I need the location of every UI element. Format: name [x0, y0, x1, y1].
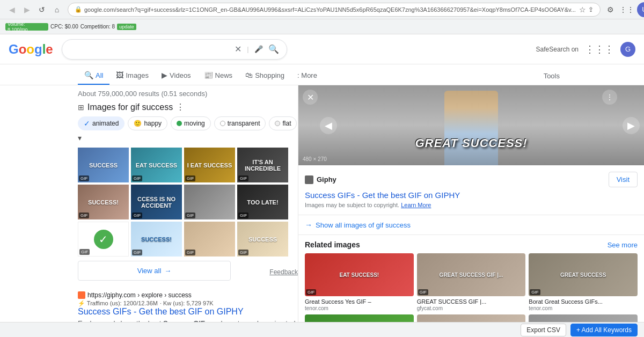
tab-more[interactable]: : More	[291, 67, 324, 85]
gif-badge-10: GIF	[132, 250, 142, 255]
viewer-info: Giphy Visit Success GIFs - Get the best …	[298, 165, 644, 215]
tab-shopping-label: Shopping	[255, 71, 284, 79]
viewer-next-button[interactable]: ▶	[623, 117, 640, 134]
address-bar[interactable]: 🔒 google.com/search?q=gif+success&rlz=1C…	[68, 3, 601, 17]
show-all-label: Show all images of gif success	[316, 221, 411, 229]
google-apps-icon[interactable]: ⋮⋮⋮	[585, 43, 614, 55]
browser-nav-buttons: ◀ ▶ ↺ ⌂	[5, 3, 63, 16]
image-cell-11[interactable]: GIF	[184, 222, 235, 257]
voice-search-icon[interactable]: 🎤	[254, 45, 263, 53]
image-cell-1[interactable]: SUCCESS GIF	[78, 148, 129, 182]
image-cell-2[interactable]: EAT SUCCESS GIF	[131, 148, 182, 182]
apps-icon[interactable]: ⋮⋮	[621, 4, 633, 16]
home-button[interactable]: ⌂	[50, 3, 63, 16]
filter-pill-flat[interactable]: flat	[269, 116, 297, 130]
related-source-2: gfycat.com	[417, 305, 526, 311]
search-input[interactable]: gif success	[70, 45, 231, 54]
share-icon[interactable]: ⇪	[588, 6, 594, 13]
image-cell-8[interactable]: TOO LATE! GIF	[237, 185, 288, 219]
competition-inline: Competition: 8	[80, 24, 115, 30]
tab-all[interactable]: 🔍 All	[78, 67, 109, 85]
gif-badge-1: GIF	[79, 175, 89, 181]
viewer-prev-button[interactable]: ◀	[320, 117, 337, 134]
seo-kw-1: · Kw (us): 5,729 97K	[160, 300, 214, 307]
filter-expand-button[interactable]: ▾	[78, 134, 82, 142]
image-cell-4[interactable]: it's an incredible GIF	[237, 148, 288, 182]
logo-letter-g: g	[34, 42, 42, 56]
add-all-keywords-button[interactable]: + Add All Keywords	[570, 324, 638, 336]
related-gif-badge-2: GIF	[418, 289, 428, 295]
image-cell-12[interactable]: SUCCESS GIF	[237, 222, 288, 257]
related-gif-badge-1: GIF	[306, 289, 316, 295]
feedback-link[interactable]: Feedback	[269, 268, 298, 276]
divider: |	[247, 45, 248, 53]
related-item-2[interactable]: GREAT SUCCESS GIF |... GIF GREAT SUCCESS…	[417, 253, 526, 311]
star-icon[interactable]: ☆	[579, 5, 586, 14]
viewer-page-title[interactable]: Success GIFs - Get the best GIF on GIPHY	[305, 191, 638, 200]
extension-bar: Volume: 8,100/mo CPC: $0.00 Competition:…	[0, 19, 644, 34]
tab-images[interactable]: 🖼 Images	[109, 67, 155, 85]
result-1-title[interactable]: Success GIFs - Get the best GIF on GIPHY	[78, 307, 298, 317]
user-avatar[interactable]: U	[637, 2, 644, 17]
filter-pill-moving[interactable]: moving	[171, 116, 211, 130]
result-1-seo-metrics: ⚡ Traffimo (us): 1200/12.36M · Kw (us): …	[78, 300, 298, 307]
moving-dot	[177, 121, 182, 126]
main-gif-display: GREAT SUCCESS! 480 × 270	[298, 85, 644, 165]
export-csv-button[interactable]: Export CSV	[521, 324, 566, 336]
forward-button[interactable]: ▶	[20, 3, 33, 16]
result-1-domain: https://giphy.com › explore › success	[87, 291, 192, 299]
related-img-2: GREAT SUCCESS GIF |... GIF	[417, 253, 526, 296]
bottom-bar: Export CSV + Add All Keywords	[0, 322, 644, 337]
viewer-close-button[interactable]: ✕	[303, 90, 318, 105]
transparent-dot	[220, 121, 225, 126]
image-caption-10: Success!	[141, 236, 172, 243]
filter-happy-label: happy	[144, 120, 162, 127]
visit-button[interactable]: Visit	[609, 172, 638, 187]
learn-more-link[interactable]: Learn More	[401, 202, 431, 208]
tab-shopping[interactable]: 🛍 Shopping	[239, 67, 291, 85]
related-img-text-1: EAT SUCCESS!	[339, 272, 379, 278]
search-box[interactable]: gif success ✕ | 🎤 🔍	[62, 39, 287, 60]
back-button[interactable]: ◀	[5, 3, 18, 16]
address-text: google.com/search?q=gif+success&rlz=1C1O…	[84, 6, 576, 13]
shopping-icon: 🛍	[245, 71, 253, 79]
filter-pill-transparent[interactable]: transparent	[214, 116, 266, 130]
filter-flat-label: flat	[282, 120, 291, 127]
tab-videos-label: Videos	[170, 71, 191, 79]
filter-pill-happy[interactable]: 🙂 happy	[128, 116, 167, 130]
image-grid: SUCCESS GIF EAT SUCCESS GIF I EAT SUCCES…	[78, 148, 298, 257]
image-search-icon[interactable]: 🔍	[268, 44, 279, 54]
image-caption-4: it's an incredible	[237, 159, 288, 172]
tab-news[interactable]: 📰 News	[197, 67, 239, 85]
check-circle: ✓	[94, 230, 113, 249]
related-source-1: tenor.com	[305, 305, 414, 311]
see-more-link[interactable]: See more	[608, 241, 638, 249]
image-cell-6[interactable]: ccess is no accident GIF	[131, 185, 182, 219]
image-cell-7[interactable]: GIF	[184, 185, 235, 219]
logo-letter-G: G	[9, 42, 19, 56]
tools-button[interactable]: Tools	[537, 68, 566, 84]
reload-button[interactable]: ↺	[35, 3, 48, 16]
image-cell-3[interactable]: I EAT SUCCESS GIF	[184, 148, 235, 182]
viewer-more-button[interactable]: ⋮	[602, 90, 617, 105]
view-all-label: View all	[137, 267, 162, 275]
filter-pill-animated[interactable]: ✓ animated	[78, 116, 125, 130]
all-icon: 🔍	[84, 71, 93, 79]
left-panel: About 759,000,000 results (0.51 seconds)…	[0, 85, 298, 326]
seo-volume-inline: Volume: 8,100/mo	[8, 21, 46, 32]
images-more-options-button[interactable]: ⋮	[176, 102, 185, 112]
related-item-1[interactable]: EAT SUCCESS! GIF Great Success Yes GIF –…	[305, 253, 414, 311]
related-item-3[interactable]: GREAT SUCCESS GIF Borat Great Success GI…	[529, 253, 638, 311]
image-cell-9[interactable]: ✓ GIF	[78, 222, 129, 257]
image-cell-10[interactable]: Success! GIF	[131, 222, 182, 257]
tab-all-label: All	[96, 71, 103, 79]
tab-videos[interactable]: ▶ Videos	[155, 67, 197, 85]
google-avatar[interactable]: G	[620, 42, 635, 57]
related-header: Related images See more	[305, 240, 638, 249]
image-cell-5[interactable]: Success! GIF	[78, 185, 129, 219]
show-all-images-link[interactable]: → Show all images of gif success	[298, 215, 644, 235]
happy-emoji: 🙂	[134, 120, 142, 127]
settings-icon[interactable]: ⚙	[605, 4, 617, 16]
clear-icon[interactable]: ✕	[235, 44, 241, 54]
view-all-button[interactable]: View all →	[78, 261, 231, 281]
